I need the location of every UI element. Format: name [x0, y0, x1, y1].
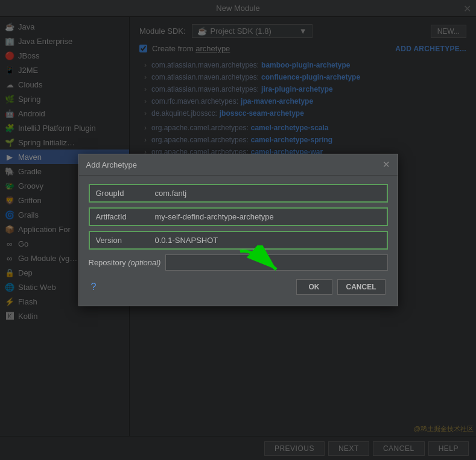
dialog-help-icon[interactable]: ?: [91, 282, 97, 292]
repository-label: Repository (optional): [89, 258, 161, 267]
dialog-buttons: ? OK CANCEL: [89, 279, 388, 297]
dialog-close-button[interactable]: ✕: [382, 159, 390, 170]
repository-row: Repository (optional): [89, 254, 388, 271]
version-field: Version: [89, 231, 388, 250]
group-id-input[interactable]: [150, 185, 387, 201]
artifact-id-input[interactable]: [150, 209, 387, 225]
version-input[interactable]: [150, 232, 387, 248]
version-label: Version: [90, 232, 150, 248]
repository-input[interactable]: [165, 254, 387, 271]
artifact-id-field: ArtifactId: [89, 207, 388, 226]
add-archetype-dialog: Add Archetype ✕ GroupId ArtifactId Versi…: [78, 154, 398, 306]
modal-overlay: Add Archetype ✕ GroupId ArtifactId Versi…: [0, 0, 476, 460]
group-id-field: GroupId: [89, 184, 388, 203]
dialog-body: GroupId ArtifactId Version Repository (o…: [79, 175, 398, 306]
artifact-id-label: ArtifactId: [90, 209, 150, 225]
dialog-ok-button[interactable]: OK: [296, 279, 332, 295]
group-id-label: GroupId: [90, 185, 150, 201]
dialog-cancel-button[interactable]: CANCEL: [337, 279, 386, 295]
dialog-title-bar: Add Archetype ✕: [79, 154, 398, 175]
dialog-title: Add Archetype: [86, 160, 138, 169]
